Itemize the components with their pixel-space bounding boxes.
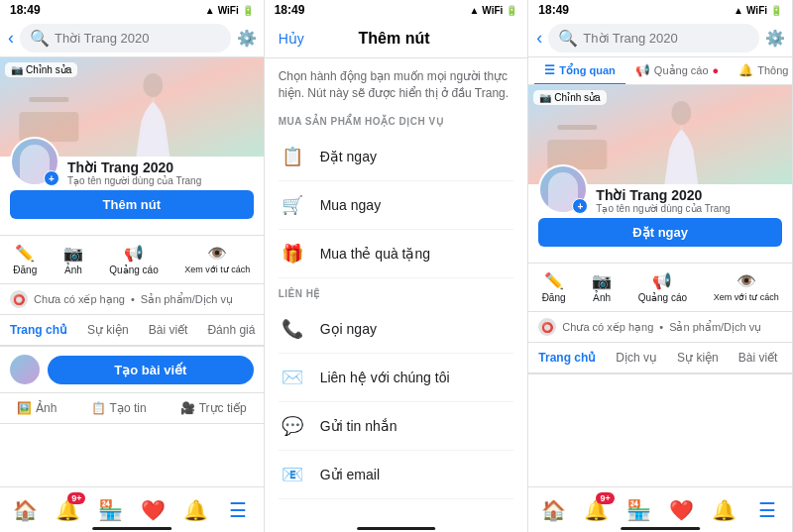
status-icons-3: ▲ WiFi 🔋 bbox=[734, 5, 782, 16]
tab-notifications-3[interactable]: 🔔 Thông báo bbox=[729, 57, 792, 85]
bottom-home-1[interactable]: 🏠 bbox=[5, 490, 45, 530]
rating-dot-3: ⭕ bbox=[538, 318, 556, 336]
mua-ngay-label: Mua ngay bbox=[320, 197, 381, 213]
tab-posts-3[interactable]: Bài viết bbox=[729, 343, 788, 374]
bottom-notifications-3[interactable]: 🔔 9+ bbox=[577, 490, 617, 530]
svg-point-3 bbox=[143, 73, 163, 97]
tab-events-1[interactable]: Sự kiện bbox=[77, 315, 139, 347]
post-avatar-1 bbox=[10, 355, 40, 384]
status-icons-2: ▲ WiFi 🔋 bbox=[469, 5, 517, 16]
post-action-photo-1[interactable]: 🖼️ Ảnh bbox=[9, 397, 64, 419]
svg-point-7 bbox=[672, 101, 692, 125]
menu-item-qua-tang[interactable]: 🎁 Mua thẻ quà tặng bbox=[279, 230, 514, 278]
tab-home-3[interactable]: Trang chủ bbox=[528, 343, 606, 374]
gear-icon-3[interactable]: ⚙️ bbox=[765, 29, 785, 48]
view-icon-3: 👁️ bbox=[736, 271, 756, 290]
tab-overview-3[interactable]: ☰ Tổng quan bbox=[534, 57, 625, 85]
rating-text-1: Chưa có xếp hạng bbox=[34, 293, 125, 306]
menu-item-whatsapp[interactable]: WhatsApp bbox=[279, 499, 514, 501]
post-area-1: Tạo bài viết bbox=[0, 347, 264, 393]
cover-edit-button-1[interactable]: 📷 Chỉnh sửa bbox=[5, 62, 77, 77]
modal-description: Chọn hành động bạn muốn mọi người thực h… bbox=[279, 68, 514, 102]
search-input-3[interactable] bbox=[583, 31, 749, 46]
bottom-store-3[interactable]: 🏪 bbox=[620, 490, 659, 530]
menu-item-lien-he[interactable]: ✉️ Liên hệ với chúng tôi bbox=[279, 354, 514, 402]
tab-events-3[interactable]: Sự kiện bbox=[667, 343, 729, 374]
rating-row-1: ⭕ Chưa có xếp hạng • Sản phẩm/Dịch vụ bbox=[0, 284, 264, 315]
bottom-likes-3[interactable]: ❤️ bbox=[662, 490, 702, 530]
action-photo-1[interactable]: 📷 Ảnh bbox=[57, 240, 89, 279]
signal-icon: ▲ bbox=[205, 5, 215, 16]
post-icon-1: ✏️ bbox=[15, 244, 35, 263]
search-bar-3[interactable]: 🔍 bbox=[548, 24, 759, 53]
action-ads-1[interactable]: 📢 Quảng cáo bbox=[103, 240, 164, 279]
action-view-1[interactable]: 👁️ Xem với tư cách bbox=[178, 240, 256, 279]
photo-label-3: Ảnh bbox=[593, 292, 611, 303]
avatar-plus-icon-3[interactable]: + bbox=[572, 198, 588, 214]
tab-reviews-1[interactable]: Đánh giá bbox=[197, 315, 263, 347]
back-button-1[interactable]: ‹ bbox=[8, 28, 14, 49]
menu-item-mua-ngay[interactable]: 🛒 Mua ngay bbox=[279, 181, 514, 230]
qua-tang-icon: 🎁 bbox=[279, 240, 306, 267]
goi-ngay-icon: 📞 bbox=[279, 315, 306, 343]
back-button-3[interactable]: ‹ bbox=[536, 28, 542, 49]
post-action-live-1[interactable]: 🎥 Trực tiếp bbox=[172, 397, 255, 419]
post-action-story-1[interactable]: 📋 Tạo tin bbox=[83, 397, 155, 419]
menu-item-goi-ngay[interactable]: 📞 Gọi ngay bbox=[279, 305, 514, 354]
post-label-3: Đăng bbox=[542, 292, 566, 303]
rating-extra-3: Sản phẩm/Dịch vụ bbox=[669, 321, 761, 334]
menu-item-email[interactable]: 📧 Gửi email bbox=[279, 451, 514, 499]
bottom-bell-icon-1: 🔔 bbox=[183, 498, 208, 522]
add-button-1[interactable]: Thêm nút bbox=[10, 190, 254, 219]
status-bar-1: 18:49 ▲ WiFi 🔋 bbox=[0, 0, 264, 20]
tab-home-1[interactable]: Trang chủ bbox=[0, 315, 77, 347]
action-photo-3[interactable]: 📷 Ảnh bbox=[586, 267, 618, 307]
menu-item-dat-ngay[interactable]: 📋 Đặt ngay bbox=[279, 133, 514, 181]
email-label: Gửi email bbox=[320, 467, 380, 482]
bottom-home-3[interactable]: 🏠 bbox=[534, 490, 574, 530]
search-input-1[interactable] bbox=[55, 31, 221, 46]
profile-section-3: + Thời Trang 2020 Tạo tên người dùng của… bbox=[528, 184, 792, 264]
create-post-button-1[interactable]: Tạo bài viết bbox=[48, 356, 254, 384]
avatar-plus-icon-1[interactable]: + bbox=[44, 170, 59, 186]
avatar-wrap-1: + bbox=[10, 137, 59, 186]
bottom-store-1[interactable]: 🏪 bbox=[90, 490, 130, 530]
time-1: 18:49 bbox=[10, 3, 41, 17]
svg-rect-6 bbox=[558, 125, 598, 130]
photo-label-1: Ảnh bbox=[64, 265, 82, 275]
tab-service-3[interactable]: Dịch vụ bbox=[606, 343, 667, 374]
add-button-3[interactable]: Đặt ngay bbox=[538, 218, 782, 247]
bottom-likes-icon-1: ❤️ bbox=[141, 498, 166, 522]
view-label-3: Xem với tư cách bbox=[714, 292, 779, 302]
action-post-3[interactable]: ✏️ Đăng bbox=[536, 267, 572, 307]
wifi-icon-2: WiFi bbox=[482, 5, 503, 16]
cover-edit-button-3[interactable]: 📷 Chỉnh sửa bbox=[533, 90, 606, 105]
bottom-menu-3[interactable]: ☰ bbox=[747, 490, 787, 530]
actions-row-1: ✏️ Đăng 📷 Ảnh 📢 Quảng cáo 👁️ Xem với tư … bbox=[0, 236, 264, 284]
tab-reviews-3[interactable]: Đánh giá bbox=[787, 343, 792, 374]
tin-nhan-icon: 💬 bbox=[279, 412, 306, 440]
cancel-button[interactable]: Hủy bbox=[279, 31, 304, 47]
tab-ads-3[interactable]: 📢 Quảng cáo ● bbox=[625, 57, 729, 85]
bottom-bell-3[interactable]: 🔔 bbox=[705, 490, 744, 530]
search-bar-1[interactable]: 🔍 bbox=[20, 24, 231, 53]
bottom-bell-1[interactable]: 🔔 bbox=[175, 490, 215, 530]
action-ads-3[interactable]: 📢 Quảng cáo bbox=[632, 267, 693, 307]
tab-posts-1[interactable]: Bài viết bbox=[139, 315, 198, 347]
time-3: 18:49 bbox=[538, 3, 569, 17]
bottom-menu-1[interactable]: ☰ bbox=[218, 490, 258, 530]
bottom-likes-1[interactable]: ❤️ bbox=[133, 490, 172, 530]
view-icon-1: 👁️ bbox=[207, 244, 227, 263]
bottom-notifications-1[interactable]: 🔔 9+ bbox=[48, 490, 87, 530]
menu-item-tin-nhan[interactable]: 💬 Gửi tin nhắn bbox=[279, 402, 514, 451]
gear-icon-1[interactable]: ⚙️ bbox=[237, 29, 257, 48]
search-icon-3: 🔍 bbox=[558, 29, 578, 48]
action-post-1[interactable]: ✏️ Đăng bbox=[7, 240, 43, 279]
action-view-3[interactable]: 👁️ Xem với tư cách bbox=[708, 267, 785, 307]
post-actions-row-1: 🖼️ Ảnh 📋 Tạo tin 🎥 Trực tiếp bbox=[0, 393, 264, 424]
signal-icon-3: ▲ bbox=[734, 5, 743, 16]
avatar-wrap-3: + bbox=[538, 164, 588, 214]
cover-edit-label-3: Chỉnh sửa bbox=[554, 92, 600, 103]
dat-ngay-icon: 📋 bbox=[279, 143, 306, 170]
status-bar-3: 18:49 ▲ WiFi 🔋 bbox=[528, 0, 792, 20]
